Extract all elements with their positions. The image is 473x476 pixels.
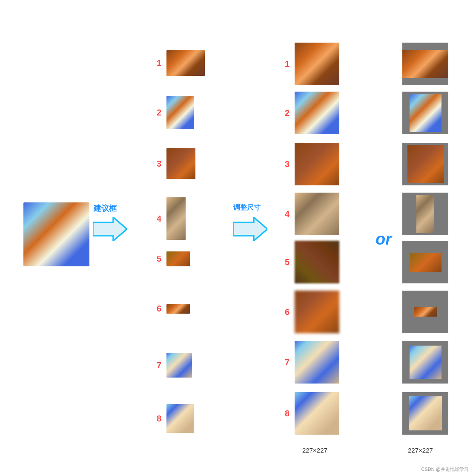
proposal-row-3: 3	[152, 148, 195, 179]
res-number-8: 8	[280, 409, 290, 418]
padded-row-7	[402, 341, 448, 384]
padded-row-6	[402, 291, 448, 333]
res-number-3: 3	[280, 159, 290, 169]
crop-7	[166, 353, 192, 378]
res-number-5: 5	[280, 257, 290, 267]
resized-row-7: 7	[280, 341, 339, 384]
crop-3	[166, 148, 195, 179]
resized-5	[295, 241, 339, 283]
padded-row-1	[402, 43, 448, 85]
size-label-2: 227×227	[408, 447, 433, 454]
second-arrow	[233, 217, 267, 242]
padded-row-2	[402, 92, 448, 134]
proposal-row-2: 2	[152, 96, 194, 129]
svg-marker-3	[233, 217, 267, 241]
resized-row-1: 1	[280, 43, 339, 85]
padded-row-3	[402, 143, 448, 185]
watermark: CSDN @并进地球学习	[421, 466, 469, 473]
resized-3	[295, 143, 339, 185]
number-2: 2	[152, 108, 161, 118]
number-5: 5	[152, 254, 161, 264]
number-6: 6	[152, 304, 161, 314]
resized-2	[295, 92, 339, 134]
resized-row-5: 5	[280, 241, 339, 283]
padded-row-4	[402, 193, 448, 235]
number-8: 8	[152, 414, 161, 424]
resized-1	[295, 43, 339, 85]
res-number-1: 1	[280, 59, 290, 69]
resize-label: 调整尺寸	[233, 203, 261, 212]
crop-1	[166, 50, 205, 76]
res-number-6: 6	[280, 307, 290, 317]
res-number-4: 4	[280, 209, 290, 219]
resized-row-4: 4	[280, 193, 339, 235]
resized-7	[295, 341, 339, 384]
proposal-row-4: 4	[152, 197, 186, 240]
resized-6	[295, 291, 339, 333]
crop-4	[166, 197, 186, 240]
proposal-box-label: 建议框	[94, 203, 117, 213]
crop-8	[166, 404, 194, 433]
main-container: 建议框 1 2 3 4 5 6 7 8	[0, 0, 473, 476]
proposal-row-6: 6	[152, 304, 190, 314]
crop-2	[166, 96, 194, 129]
crop-6	[166, 304, 190, 314]
first-arrow	[93, 217, 127, 242]
proposal-row-5: 5	[152, 251, 190, 266]
crop-5	[166, 251, 190, 266]
proposal-row-8: 8	[152, 404, 194, 433]
number-7: 7	[152, 361, 161, 370]
number-1: 1	[152, 58, 161, 68]
proposal-row-7: 7	[152, 353, 192, 378]
resized-row-6: 6	[280, 291, 339, 333]
resized-row-3: 3	[280, 143, 339, 185]
number-3: 3	[152, 159, 161, 169]
source-image	[23, 202, 89, 266]
resized-4	[295, 193, 339, 235]
size-label-1: 227×227	[302, 447, 327, 454]
proposal-row-1: 1	[152, 50, 205, 76]
svg-marker-1	[93, 217, 127, 241]
res-number-2: 2	[280, 108, 290, 118]
res-number-7: 7	[280, 358, 290, 367]
padded-row-8	[402, 392, 448, 435]
or-text: or	[376, 230, 392, 248]
resized-8	[295, 392, 339, 435]
padded-row-5	[402, 241, 448, 283]
resized-row-8: 8	[280, 392, 339, 435]
resized-row-2: 2	[280, 92, 339, 134]
number-4: 4	[152, 214, 161, 224]
